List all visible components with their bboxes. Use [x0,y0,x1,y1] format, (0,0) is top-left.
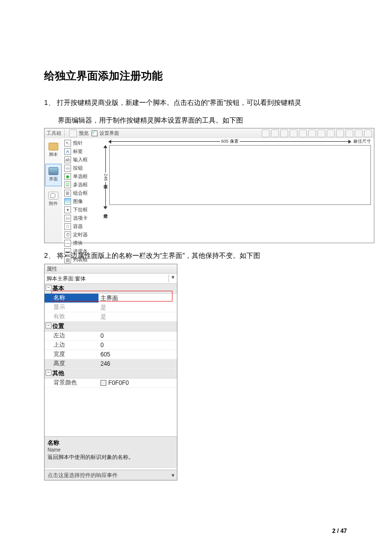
tool-item[interactable]: ▭选项卡 [62,214,102,223]
script-icon [49,143,58,151]
page-number: 2 / 47 [332,528,347,534]
properties-title: 属性 [45,264,177,274]
step1-line2: 界面编辑器，用于制作按键精灵脚本设置界面的工具。如下图 [58,115,348,126]
attachment-icon [49,192,58,200]
toolbar-icon[interactable] [345,129,353,137]
toolbar-icon[interactable] [308,129,316,137]
tool-item[interactable]: ◉单选框 [62,173,102,181]
tool-item[interactable]: ⊞组合框 [62,189,102,198]
tool-item[interactable]: ☑多选框 [62,181,102,189]
color-swatch [100,380,106,386]
category-basic[interactable]: −基本 [45,284,177,294]
property-description: 名称 Name 返回脚本中使用的标识对象的名称。 [45,436,177,468]
category-other[interactable]: −其他 [45,369,177,378]
chevron-down-icon: ▼ [169,275,177,282]
tool-item[interactable]: ab输入框 [62,156,102,164]
prop-left[interactable]: 左边0 [45,331,177,341]
preview-icon[interactable] [69,129,77,137]
prop-show[interactable]: 显示是 [45,303,177,312]
ruler-horizontal: 605 像素 最佳尺寸 [108,139,371,144]
property-grid: −基本 名称主界面 显示是 有效是 −位置 左边0 上边0 宽度605 高度24… [45,284,177,388]
toolbar-icon[interactable] [280,129,288,137]
preview-label[interactable]: 预览 [79,130,89,137]
toolbar-icon[interactable] [355,129,363,137]
toolbar-icon[interactable] [262,129,270,137]
tool-item[interactable]: —滑块 [62,239,102,248]
tool-item[interactable]: □容器 [62,223,102,231]
editor-sidebar: 脚本 界面 附件 [45,138,63,243]
toolbar-icon[interactable] [271,129,279,137]
category-position[interactable]: −位置 [45,322,177,331]
prop-top[interactable]: 上边0 [45,341,177,350]
tool-item[interactable]: ▾下拉框 [62,206,102,214]
sidebar-item-attachment[interactable]: 附件 [45,188,62,211]
set-ui-checkbox[interactable] [92,130,98,136]
editor-toolbox: ↖指针 A标签 ab输入框 ▭按钮 ◉单选框 ☑多选框 ⊞组合框 图像 ▾下拉框… [62,138,103,243]
toolbar-icon[interactable] [336,129,344,137]
tool-item[interactable]: ▭按钮 [62,164,102,173]
prop-height[interactable]: 高度246 [45,359,177,369]
object-selector[interactable]: 脚本主界面:窗体 ▼ [45,274,177,284]
event-selector[interactable]: 点击这里选择控件的响应事件 ▼ [45,470,177,480]
tool-item[interactable]: ↖指针 [62,139,102,148]
page-title: 给独立界面添加注册功能 [44,69,348,83]
prop-width[interactable]: 宽度605 [45,350,177,359]
prop-bgcolor[interactable]: 背景颜色F0F0F0 [45,378,177,388]
toolbar-icon[interactable] [327,129,335,137]
screenshot-ui-editor: 工具箱 预览 设置界面 脚本 界面 附件 ↖指针 A [44,128,374,243]
tool-item[interactable]: 图像 [62,198,102,206]
ui-icon [49,167,58,175]
chevron-down-icon: ▼ [169,473,177,478]
prop-name[interactable]: 名称主界面 [45,294,177,303]
toolbar-icon[interactable] [364,129,372,137]
step1-line1: 1、打开按键精灵商业版，新建一个脚本。点击右边的“界面”按钮，可以看到按键精灵 [44,97,348,108]
tool-item[interactable]: ▤列表框 [62,256,102,264]
prop-enable[interactable]: 有效是 [45,312,177,322]
tool-item[interactable]: ⏱定时器 [62,231,102,239]
tool-item[interactable]: ▬进度条 [62,248,102,256]
ruler-vertical: 246像素 最佳尺寸 [102,145,108,211]
toolbar-icon[interactable] [318,129,325,137]
set-ui-label: 设置界面 [99,130,119,137]
editor-toolbar: 工具箱 预览 设置界面 [45,128,374,139]
design-canvas[interactable] [109,145,371,205]
sidebar-item-ui[interactable]: 界面 [45,164,62,186]
tool-item[interactable]: A标签 [62,148,102,156]
toolbar-icon[interactable] [290,129,297,137]
screenshot-properties-panel: 属性 脚本主界面:窗体 ▼ −基本 名称主界面 显示是 有效是 −位置 左边0 … [44,264,177,480]
sidebar-item-script[interactable]: 脚本 [45,139,62,162]
editor-canvas-area: 605 像素 最佳尺寸 246像素 最佳尺寸 [102,138,374,243]
toolbar-icon[interactable] [299,129,307,137]
